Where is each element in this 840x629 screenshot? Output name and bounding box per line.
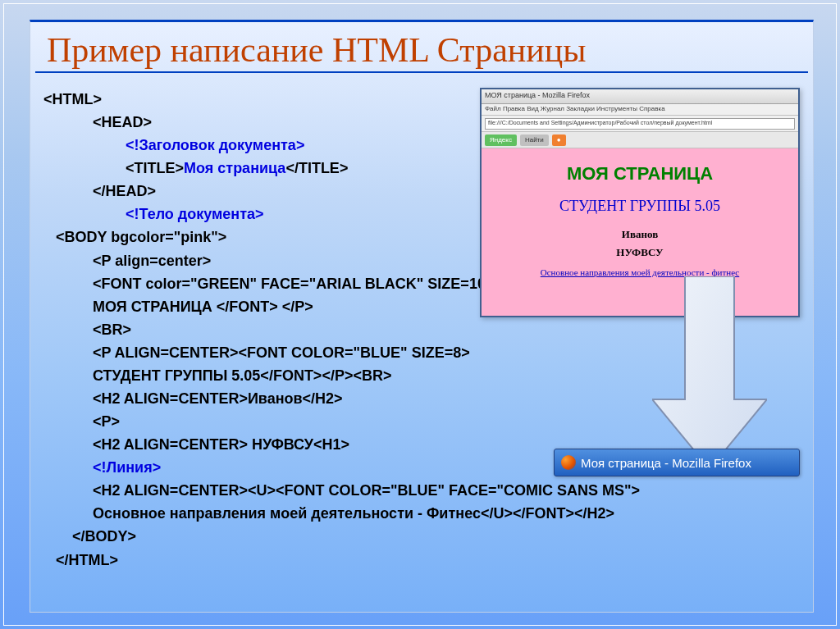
page-name: Иванов: [482, 228, 798, 241]
code-line: </HTML>: [56, 552, 118, 568]
code-line: <BR>: [93, 321, 131, 338]
browser-menubar: Файл Правка Вид Журнал Закладки Инструме…: [482, 104, 798, 116]
code-line: </TITLE>: [285, 160, 348, 176]
slide-frame: Пример написание HTML Страницы <HTML> <H…: [30, 20, 814, 613]
toolbar-button[interactable]: Яндекс: [485, 134, 517, 146]
code-line: <FONT color="GREEN" FACE="ARIAL BLACK" S…: [93, 276, 494, 292]
taskbar-button[interactable]: Моя страница - Mozilla Firefox: [554, 449, 800, 476]
page-subheading: СТУДЕНТ ГРУППЫ 5.05: [482, 198, 798, 215]
browser-toolbar: file:///C:/Documents and Settings/Админи…: [482, 116, 798, 132]
code-line: <HTML>: [43, 91, 102, 107]
title-underline: [35, 71, 808, 73]
page-heading: МОЯ СТРАНИЦА: [482, 163, 798, 185]
toolbar-button[interactable]: Найти: [520, 134, 549, 146]
slide-title: Пример написание HTML Страницы: [30, 22, 813, 71]
code-line: </BODY>: [72, 528, 136, 545]
code-line: МОЯ СТРАНИЦА </FONT> </P>: [93, 299, 313, 315]
code-line: <P>: [93, 413, 120, 430]
code-line: <P ALIGN=CENTER><FONT COLOR="BLUE" SIZE=…: [93, 344, 470, 361]
toolbar-button[interactable]: ●: [552, 134, 566, 146]
taskbar-label: Моя страница - Mozilla Firefox: [581, 456, 751, 470]
page-org: НУФВСУ: [482, 246, 798, 259]
code-line: <H2 ALIGN=CENTER> НУФВСУ<H1>: [93, 436, 349, 453]
code-line: <P align=center>: [93, 253, 211, 269]
code-line: СТУДЕНТ ГРУППЫ 5.05</FONT></P><BR>: [93, 367, 391, 384]
browser-viewport: МОЯ СТРАНИЦА СТУДЕНТ ГРУППЫ 5.05 Иванов …: [482, 148, 798, 316]
code-line: </HEAD>: [93, 183, 156, 199]
browser-window: МОЯ страница - Mozilla Firefox Файл Прав…: [480, 88, 800, 317]
code-comment: <!Тело документа>: [126, 206, 264, 222]
code-line: Основное направления моей деятельности -…: [93, 505, 614, 522]
code-line: <HEAD>: [93, 114, 152, 130]
browser-titlebar: МОЯ страница - Mozilla Firefox: [482, 89, 798, 104]
browser-toolbar2: Яндекс Найти ●: [482, 132, 798, 148]
code-comment: <!Линия>: [93, 459, 161, 476]
code-text: Моя страница: [184, 160, 285, 176]
code-comment: <!Заголовок документа>: [126, 137, 304, 153]
code-line: <BODY bgcolor="pink">: [56, 229, 226, 245]
slide-content: <HTML> <HEAD> <!Заголовок документа> <TI…: [43, 88, 800, 604]
browser-address[interactable]: file:///C:/Documents and Settings/Админи…: [485, 118, 795, 130]
code-line: <H2 ALIGN=CENTER><U><FONT COLOR="BLUE" F…: [93, 482, 640, 499]
code-line: <TITLE>: [126, 160, 184, 176]
firefox-icon: [561, 455, 576, 470]
page-link[interactable]: Основное направления моей деятельности -…: [482, 267, 798, 277]
code-line: <H2 ALIGN=CENTER>Иванов</H2>: [93, 390, 343, 407]
